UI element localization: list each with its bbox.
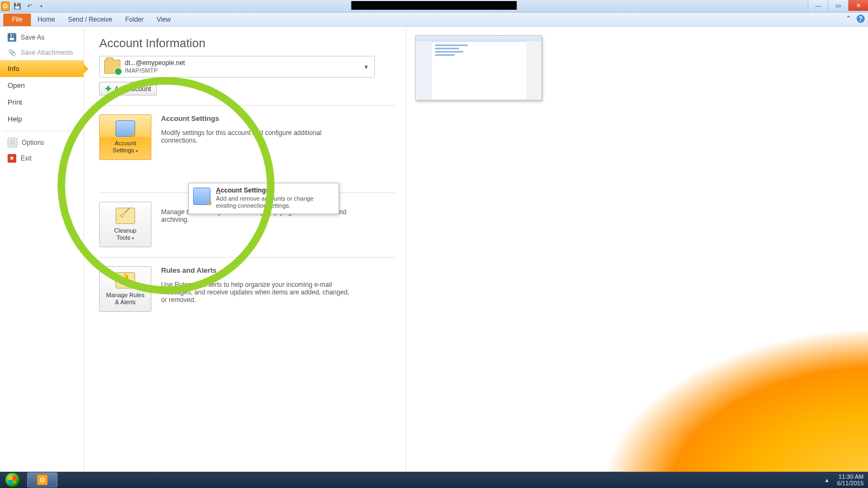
start-button[interactable] <box>1 472 24 488</box>
account-selector[interactable]: dt...@emypeople.net IMAP/SMTP ▼ <box>99 56 375 78</box>
exit-icon <box>8 154 16 163</box>
rules-btn-l1: Manage Rules <box>106 292 145 299</box>
window-title-redacted <box>352 1 517 10</box>
popup-title: Account Settings... <box>216 187 333 194</box>
backstage-view: Save As 📎 Save Attachments Info Open Pri… <box>0 27 868 472</box>
backstage-main: Account Information dt...@emypeople.net … <box>84 27 868 472</box>
info-column: Account Information dt...@emypeople.net … <box>84 27 406 472</box>
account-settings-icon <box>193 188 210 205</box>
windows-logo-icon <box>5 472 20 487</box>
account-selector-text: dt...@emypeople.net IMAP/SMTP <box>125 59 185 74</box>
cleanup-btn-l2: Tools <box>117 234 131 241</box>
help-icon[interactable]: ? <box>857 15 865 23</box>
cleanup-btn-l1: Cleanup <box>114 227 137 234</box>
app-icon[interactable]: O <box>1 2 10 10</box>
tab-home[interactable]: Home <box>31 14 61 26</box>
preview-thumbnail <box>415 35 542 100</box>
window-controls: — ▭ ✕ <box>808 0 868 11</box>
account-settings-dropdown: Account Settings... Add and remove accou… <box>188 183 339 214</box>
tab-send-receive[interactable]: Send / Receive <box>61 14 118 26</box>
rules-btn-l2: & Alerts <box>115 299 136 306</box>
save-icon <box>8 33 16 42</box>
close-button[interactable]: ✕ <box>848 0 868 11</box>
plus-icon: ✚ <box>105 85 111 93</box>
window-title-bar: O 💾 ↶ ▾ — ▭ ✕ <box>0 0 868 12</box>
chevron-down-icon: ▼ <box>363 64 369 70</box>
account-settings-heading: Account Settings <box>161 114 356 123</box>
popup-subtitle: Add and remove accounts or change existi… <box>216 195 333 209</box>
attachment-icon: 📎 <box>8 48 16 57</box>
section-separator <box>99 257 395 258</box>
chevron-down-icon: ▾ <box>132 236 134 241</box>
quick-access-toolbar: O 💾 ↶ ▾ <box>0 2 46 10</box>
minimize-button[interactable]: — <box>808 0 828 11</box>
ribbon-tabs: File Home Send / Receive Folder View ⌃ ? <box>0 12 868 27</box>
nav-options-label: Options <box>22 139 44 146</box>
backstage-nav: Save As 📎 Save Attachments Info Open Pri… <box>0 27 84 472</box>
tab-file[interactable]: File <box>3 14 31 26</box>
nav-save-attachments-label: Save Attachments <box>21 49 73 56</box>
nav-help-label: Help <box>8 115 22 123</box>
nav-separator <box>3 131 80 131</box>
system-clock[interactable]: 11:30 AM 6/11/2015 <box>837 473 864 486</box>
rules-heading: Rules and Alerts <box>161 266 356 274</box>
nav-open-label: Open <box>8 81 25 89</box>
add-account-button[interactable]: ✚ Add Account <box>99 82 157 95</box>
nav-print[interactable]: Print <box>0 94 84 111</box>
account-settings-btn-l2: Settings <box>113 147 135 153</box>
account-settings-body: Modify settings for this account and con… <box>161 129 356 144</box>
cleanup-tools-button[interactable]: Cleanup Tools ▾ <box>99 202 151 247</box>
nav-exit-label: Exit <box>21 155 31 162</box>
rules-icon <box>116 272 135 288</box>
nav-exit[interactable]: Exit <box>0 151 84 166</box>
qat-dropdown-icon[interactable]: ▾ <box>37 2 46 10</box>
account-type: IMAP/SMTP <box>125 67 185 74</box>
nav-save-as-label: Save As <box>21 34 44 41</box>
nav-options[interactable]: Options <box>0 134 84 151</box>
chevron-down-icon: ▾ <box>136 149 138 153</box>
nav-save-attachments: 📎 Save Attachments <box>0 45 84 60</box>
maximize-button[interactable]: ▭ <box>828 0 848 11</box>
account-settings-btn-l1: Account <box>114 140 136 147</box>
nav-open[interactable]: Open <box>0 77 84 94</box>
add-account-label: Add Account <box>114 85 151 93</box>
taskbar-app-outlook[interactable]: O <box>27 472 58 487</box>
account-settings-button[interactable]: Account Settings ▾ <box>99 114 151 160</box>
section-separator <box>99 105 395 106</box>
qat-undo-icon[interactable]: ↶ <box>25 2 34 10</box>
preview-column <box>406 27 868 472</box>
nav-print-label: Print <box>8 98 22 106</box>
nav-info[interactable]: Info <box>0 60 84 77</box>
manage-rules-button[interactable]: Manage Rules & Alerts <box>99 266 151 312</box>
account-settings-menu-item[interactable]: Account Settings... Add and remove accou… <box>193 187 333 209</box>
tab-view[interactable]: View <box>150 14 177 26</box>
rules-body: Use Rules and Alerts to help organize yo… <box>161 281 356 304</box>
options-icon <box>8 138 17 147</box>
clock-date: 6/11/2015 <box>837 480 864 486</box>
section-account-settings: Account Settings ▾ Account Settings Modi… <box>99 114 395 160</box>
account-settings-icon <box>116 120 135 137</box>
qat-save-icon[interactable]: 💾 <box>13 2 22 10</box>
nav-help[interactable]: Help <box>0 111 84 127</box>
clock-time: 11:30 AM <box>837 473 864 480</box>
rules-text: Rules and Alerts Use Rules and Alerts to… <box>161 266 356 312</box>
nav-info-label: Info <box>8 65 20 73</box>
account-settings-text: Account Settings Modify settings for thi… <box>161 114 356 160</box>
cleanup-icon <box>116 208 135 224</box>
ribbon-minimize-icon[interactable]: ⌃ <box>846 15 851 23</box>
taskbar: O ▲ 11:30 AM 6/11/2015 <box>0 472 868 488</box>
section-rules: Manage Rules & Alerts Rules and Alerts U… <box>99 266 395 312</box>
page-title: Account Information <box>99 36 395 50</box>
account-email: dt...@emypeople.net <box>125 59 185 67</box>
nav-save-as[interactable]: Save As <box>0 30 84 45</box>
tray-show-hidden-icon[interactable]: ▲ <box>824 477 829 483</box>
tab-folder[interactable]: Folder <box>119 14 150 26</box>
folder-icon <box>104 60 120 74</box>
